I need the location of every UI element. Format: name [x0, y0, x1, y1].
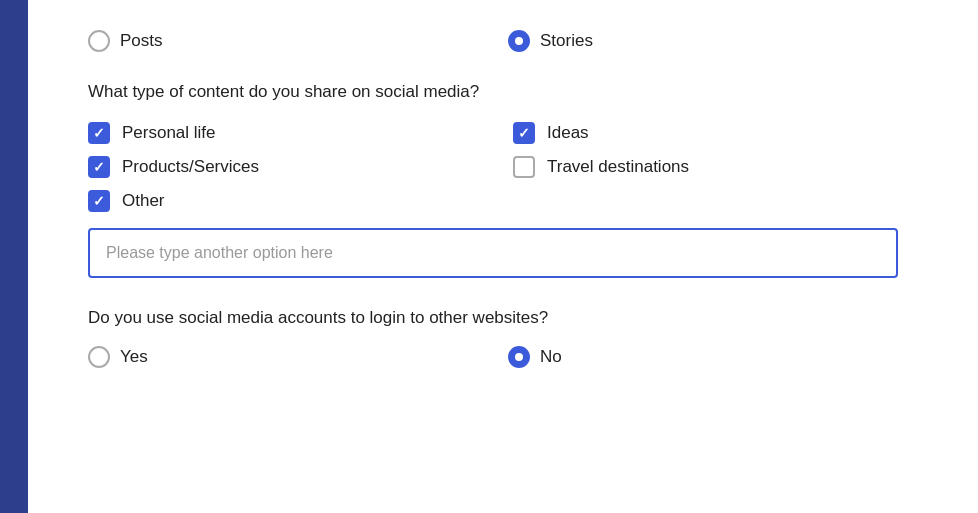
other-option-input[interactable] — [88, 228, 898, 278]
radio-option-no[interactable]: No — [508, 346, 928, 368]
checkbox-other — [88, 190, 110, 212]
checkbox-option-personal-life[interactable]: Personal life — [88, 122, 513, 144]
checkbox-option-other[interactable]: Other — [88, 190, 513, 212]
radio-option-stories[interactable]: Stories — [508, 30, 928, 52]
radio-circle-yes — [88, 346, 110, 368]
checkbox-option-products-services[interactable]: Products/Services — [88, 156, 513, 178]
content-type-question: What type of content do you share on soc… — [88, 82, 938, 102]
main-content: Posts Stories What type of content do yo… — [28, 0, 978, 513]
login-radio-group: Yes No — [88, 346, 938, 368]
radio-label-no: No — [540, 347, 562, 367]
radio-label-yes: Yes — [120, 347, 148, 367]
checkbox-option-travel-destinations[interactable]: Travel destinations — [513, 156, 938, 178]
posts-stories-radio-group: Posts Stories — [88, 30, 938, 52]
radio-circle-no — [508, 346, 530, 368]
checkbox-label-products-services: Products/Services — [122, 157, 259, 177]
content-type-checkboxes-grid: Personal life Ideas Products/Services Tr… — [88, 122, 938, 212]
radio-circle-posts — [88, 30, 110, 52]
left-sidebar-bar — [0, 0, 28, 513]
page-wrapper: Posts Stories What type of content do yo… — [0, 0, 978, 513]
checkbox-products-services — [88, 156, 110, 178]
checkbox-travel-destinations — [513, 156, 535, 178]
checkbox-ideas — [513, 122, 535, 144]
radio-option-yes[interactable]: Yes — [88, 346, 508, 368]
checkbox-personal-life — [88, 122, 110, 144]
radio-label-posts: Posts — [120, 31, 163, 51]
radio-label-stories: Stories — [540, 31, 593, 51]
checkbox-label-other: Other — [122, 191, 165, 211]
checkbox-label-ideas: Ideas — [547, 123, 589, 143]
checkbox-option-ideas[interactable]: Ideas — [513, 122, 938, 144]
checkbox-label-personal-life: Personal life — [122, 123, 216, 143]
login-section: Do you use social media accounts to logi… — [88, 308, 938, 368]
checkbox-label-travel-destinations: Travel destinations — [547, 157, 689, 177]
radio-circle-stories — [508, 30, 530, 52]
login-question: Do you use social media accounts to logi… — [88, 308, 938, 328]
radio-option-posts[interactable]: Posts — [88, 30, 508, 52]
